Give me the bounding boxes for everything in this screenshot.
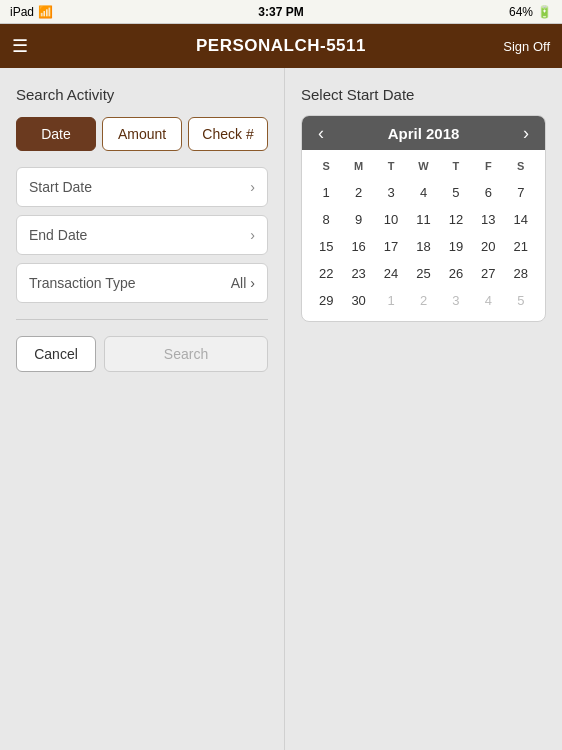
status-right: 64% 🔋 [509,5,552,19]
end-date-label: End Date [29,227,87,243]
calendar-title: Select Start Date [301,86,546,103]
search-tabs: Date Amount Check # [16,117,268,151]
day-28[interactable]: 28 [505,261,537,286]
day-header-t1: T [375,156,407,176]
battery-label: 64% [509,5,533,19]
day-8[interactable]: 8 [310,207,342,232]
status-left: iPad 📶 [10,5,53,19]
day-30[interactable]: 30 [342,288,374,313]
day-6[interactable]: 6 [472,180,504,205]
week-5: 29 30 1 2 3 4 5 [310,288,537,313]
day-header-s1: S [310,156,342,176]
day-29[interactable]: 29 [310,288,342,313]
day-2[interactable]: 2 [342,180,374,205]
transaction-type-value: All [231,275,247,291]
tab-amount[interactable]: Amount [102,117,182,151]
day-1[interactable]: 1 [310,180,342,205]
day-header-f: F [472,156,504,176]
day-11[interactable]: 11 [407,207,439,232]
prev-month-button[interactable]: ‹ [314,124,328,142]
day-next-3[interactable]: 3 [440,288,472,313]
week-2: 8 9 10 11 12 13 14 [310,207,537,232]
day-15[interactable]: 15 [310,234,342,259]
sign-off-button[interactable]: Sign Off [503,39,550,54]
calendar-header: ‹ April 2018 › [302,116,545,150]
day-9[interactable]: 9 [342,207,374,232]
status-bar: iPad 📶 3:37 PM 64% 🔋 [0,0,562,24]
left-panel: Search Activity Date Amount Check # Star… [0,68,285,750]
day-header-t2: T [440,156,472,176]
app-header: ☰ PERSONALCH-5511 Sign Off [0,24,562,68]
day-20[interactable]: 20 [472,234,504,259]
calendar-month-label: April 2018 [388,125,460,142]
day-header-w: W [407,156,439,176]
day-14[interactable]: 14 [505,207,537,232]
day-23[interactable]: 23 [342,261,374,286]
day-18[interactable]: 18 [407,234,439,259]
day-12[interactable]: 12 [440,207,472,232]
day-22[interactable]: 22 [310,261,342,286]
day-7[interactable]: 7 [505,180,537,205]
search-button[interactable]: Search [104,336,268,372]
day-3[interactable]: 3 [375,180,407,205]
transaction-type-label: Transaction Type [29,275,136,291]
main-content: Search Activity Date Amount Check # Star… [0,68,562,750]
start-date-label: Start Date [29,179,92,195]
action-buttons: Cancel Search [16,336,268,372]
ipad-label: iPad [10,5,34,19]
tab-date[interactable]: Date [16,117,96,151]
week-1: 1 2 3 4 5 6 7 [310,180,537,205]
transaction-type-value-row: All › [231,275,255,291]
day-header-m: M [342,156,374,176]
day-header-s2: S [505,156,537,176]
day-next-2[interactable]: 2 [407,288,439,313]
day-4[interactable]: 4 [407,180,439,205]
menu-icon[interactable]: ☰ [12,35,28,57]
day-headers: S M T W T F S [310,156,537,176]
transaction-type-field[interactable]: Transaction Type All › [16,263,268,303]
day-16[interactable]: 16 [342,234,374,259]
next-month-button[interactable]: › [519,124,533,142]
end-date-field[interactable]: End Date › [16,215,268,255]
right-panel: Select Start Date ‹ April 2018 › S M T W… [285,68,562,750]
search-activity-title: Search Activity [16,86,268,103]
week-3: 15 16 17 18 19 20 21 [310,234,537,259]
header-title: PERSONALCH-5511 [196,36,366,56]
calendar: ‹ April 2018 › S M T W T F S 1 [301,115,546,322]
day-25[interactable]: 25 [407,261,439,286]
day-17[interactable]: 17 [375,234,407,259]
battery-icon: 🔋 [537,5,552,19]
day-10[interactable]: 10 [375,207,407,232]
day-next-4[interactable]: 4 [472,288,504,313]
day-27[interactable]: 27 [472,261,504,286]
status-time: 3:37 PM [258,5,303,19]
day-next-5[interactable]: 5 [505,288,537,313]
transaction-type-chevron-icon: › [250,275,255,291]
wifi-icon: 📶 [38,5,53,19]
day-next-1[interactable]: 1 [375,288,407,313]
start-date-field[interactable]: Start Date › [16,167,268,207]
day-21[interactable]: 21 [505,234,537,259]
divider [16,319,268,320]
end-date-chevron-icon: › [250,227,255,243]
day-19[interactable]: 19 [440,234,472,259]
calendar-grid: S M T W T F S 1 2 3 4 5 6 7 [302,150,545,321]
cancel-button[interactable]: Cancel [16,336,96,372]
day-5[interactable]: 5 [440,180,472,205]
start-date-chevron-icon: › [250,179,255,195]
week-4: 22 23 24 25 26 27 28 [310,261,537,286]
tab-check[interactable]: Check # [188,117,268,151]
day-26[interactable]: 26 [440,261,472,286]
day-13[interactable]: 13 [472,207,504,232]
day-24[interactable]: 24 [375,261,407,286]
